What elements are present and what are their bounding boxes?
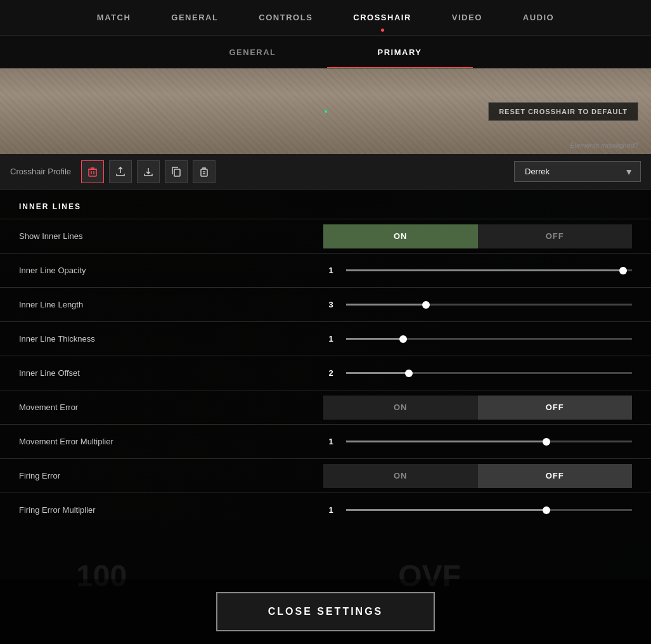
setting-row-show-inner-lines: Show Inner LinesOnOff bbox=[0, 219, 651, 253]
value-firing-error-multiplier: 1 bbox=[323, 505, 338, 515]
slider-fill-inner-line-thickness bbox=[346, 338, 403, 340]
crosshair-dot bbox=[325, 110, 327, 113]
nav-item-video[interactable]: VIDEO bbox=[432, 0, 503, 35]
control-firing-error-multiplier: 1 bbox=[323, 505, 632, 515]
control-inner-line-offset: 2 bbox=[323, 368, 632, 378]
reset-crosshair-button[interactable]: RESET CROSSHAIR TO DEFAULT bbox=[488, 102, 638, 121]
label-inner-line-opacity: Inner Line Opacity bbox=[19, 266, 323, 275]
label-firing-error-multiplier: Firing Error Multiplier bbox=[19, 505, 323, 515]
slider-thumb-inner-line-thickness[interactable] bbox=[399, 335, 407, 343]
delete-profile-button[interactable] bbox=[81, 160, 104, 183]
slider-wrapper-inner-line-opacity bbox=[346, 269, 632, 271]
nav-dot-crosshair bbox=[381, 29, 384, 32]
value-inner-line-offset: 2 bbox=[323, 368, 338, 378]
slider-wrapper-inner-line-thickness bbox=[346, 338, 632, 340]
profile-select[interactable]: Derrek Custom 1 Custom 2 Default bbox=[514, 161, 641, 182]
slider-wrapper-inner-line-length bbox=[346, 304, 632, 306]
nav-item-controls[interactable]: CONTROLS bbox=[238, 0, 333, 35]
nav-item-general[interactable]: GENERAL bbox=[151, 0, 238, 35]
import-profile-button[interactable] bbox=[137, 160, 160, 183]
profile-label: Crosshair Profile bbox=[10, 167, 71, 176]
slider-thumb-inner-line-length[interactable] bbox=[422, 301, 430, 309]
slider-wrapper-inner-line-offset bbox=[346, 372, 632, 374]
slider-fill-inner-line-opacity bbox=[346, 269, 623, 271]
toggle-group-show-inner-lines: OnOff bbox=[323, 224, 632, 248]
svg-rect-5 bbox=[201, 169, 207, 176]
profile-select-wrapper: Derrek Custom 1 Custom 2 Default ▼ bbox=[514, 161, 641, 182]
settings-rows: Show Inner LinesOnOffInner Line Opacity1… bbox=[0, 219, 651, 527]
slider-movement-error-multiplier[interactable] bbox=[346, 441, 632, 442]
slider-inner-line-length[interactable] bbox=[346, 304, 632, 306]
label-movement-error: Movement Error bbox=[19, 402, 323, 412]
slider-fill-inner-line-length bbox=[346, 304, 426, 306]
slider-inner-line-thickness[interactable] bbox=[346, 338, 632, 340]
nav-item-crosshair[interactable]: CROSSHAIR bbox=[333, 0, 432, 35]
label-movement-error-multiplier: Movement Error Multiplier bbox=[19, 437, 323, 446]
top-nav: MATCH GENERAL CONTROLS CROSSHAIR VIDEO A… bbox=[0, 0, 651, 35]
value-inner-line-length: 3 bbox=[323, 300, 338, 309]
setting-row-firing-error-multiplier: Firing Error Multiplier1 bbox=[0, 493, 651, 527]
toggle-off-show-inner-lines[interactable]: Off bbox=[478, 224, 633, 248]
export-profile-button[interactable] bbox=[109, 160, 132, 183]
subnav-general[interactable]: GENERAL bbox=[178, 35, 326, 68]
label-firing-error: Firing Error bbox=[19, 471, 323, 480]
inner-lines-header: INNER LINES bbox=[0, 190, 651, 219]
toggle-off-firing-error[interactable]: Off bbox=[478, 464, 633, 488]
sub-nav: GENERAL PRIMARY bbox=[0, 35, 651, 68]
control-show-inner-lines: OnOff bbox=[323, 224, 632, 248]
setting-row-inner-line-opacity: Inner Line Opacity1 bbox=[0, 253, 651, 287]
slider-wrapper-firing-error-multiplier bbox=[346, 509, 632, 511]
svg-rect-4 bbox=[174, 169, 180, 176]
control-inner-line-length: 3 bbox=[323, 300, 632, 309]
close-settings-area: CLOSE SETTINGS bbox=[0, 579, 651, 644]
slider-firing-error-multiplier[interactable] bbox=[346, 509, 632, 511]
toggle-group-movement-error: OnOff bbox=[323, 396, 632, 420]
toggle-group-firing-error: OnOff bbox=[323, 464, 632, 488]
settings-overlay: MATCH GENERAL CONTROLS CROSSHAIR VIDEO A… bbox=[0, 0, 651, 644]
slider-fill-inner-line-offset bbox=[346, 372, 409, 374]
value-movement-error-multiplier: 1 bbox=[323, 437, 338, 446]
control-firing-error: OnOff bbox=[323, 464, 632, 488]
control-movement-error-multiplier: 1 bbox=[323, 437, 632, 446]
toggle-on-movement-error[interactable]: On bbox=[323, 396, 478, 420]
control-inner-line-thickness: 1 bbox=[323, 334, 632, 344]
setting-row-inner-line-length: Inner Line Length3 bbox=[0, 287, 651, 321]
setting-row-movement-error-multiplier: Movement Error Multiplier1 bbox=[0, 424, 651, 458]
slider-fill-movement-error-multiplier bbox=[346, 441, 546, 442]
svg-rect-0 bbox=[89, 169, 96, 176]
profile-bar: Crosshair Profile bbox=[0, 154, 651, 190]
subnav-primary[interactable]: PRIMARY bbox=[327, 35, 473, 68]
paste-profile-button[interactable] bbox=[193, 160, 216, 183]
nav-item-match[interactable]: MATCH bbox=[77, 0, 151, 35]
toggle-on-firing-error[interactable]: On bbox=[323, 464, 478, 488]
settings-content[interactable]: INNER LINES Show Inner LinesOnOffInner L… bbox=[0, 190, 651, 579]
slider-fill-firing-error-multiplier bbox=[346, 509, 546, 511]
setting-row-inner-line-thickness: Inner Line Thickness1 bbox=[0, 321, 651, 356]
slider-thumb-inner-line-offset[interactable] bbox=[405, 370, 413, 377]
label-inner-line-length: Inner Line Length bbox=[19, 300, 323, 309]
toggle-off-movement-error[interactable]: Off bbox=[478, 396, 633, 420]
misaligned-text: Elements misaligned? bbox=[570, 141, 638, 149]
slider-thumb-inner-line-opacity[interactable] bbox=[619, 267, 627, 274]
value-inner-line-thickness: 1 bbox=[323, 334, 338, 344]
copy-profile-button[interactable] bbox=[165, 160, 188, 183]
label-inner-line-thickness: Inner Line Thickness bbox=[19, 334, 323, 344]
label-inner-line-offset: Inner Line Offset bbox=[19, 368, 323, 378]
close-settings-button[interactable]: CLOSE SETTINGS bbox=[216, 592, 435, 631]
slider-thumb-firing-error-multiplier[interactable] bbox=[543, 506, 550, 514]
value-inner-line-opacity: 1 bbox=[323, 266, 338, 275]
toggle-on-show-inner-lines[interactable]: On bbox=[323, 224, 478, 248]
control-movement-error: OnOff bbox=[323, 396, 632, 420]
setting-row-movement-error: Movement ErrorOnOff bbox=[0, 390, 651, 424]
label-show-inner-lines: Show Inner Lines bbox=[19, 231, 323, 241]
setting-row-firing-error: Firing ErrorOnOff bbox=[0, 458, 651, 493]
slider-inner-line-offset[interactable] bbox=[346, 372, 632, 374]
slider-inner-line-opacity[interactable] bbox=[346, 269, 632, 271]
nav-item-audio[interactable]: AUDIO bbox=[503, 0, 574, 35]
control-inner-line-opacity: 1 bbox=[323, 266, 632, 275]
slider-thumb-movement-error-multiplier[interactable] bbox=[543, 438, 550, 446]
slider-wrapper-movement-error-multiplier bbox=[346, 441, 632, 442]
crosshair-preview: RESET CROSSHAIR TO DEFAULT Elements misa… bbox=[0, 68, 651, 154]
setting-row-inner-line-offset: Inner Line Offset2 bbox=[0, 356, 651, 390]
